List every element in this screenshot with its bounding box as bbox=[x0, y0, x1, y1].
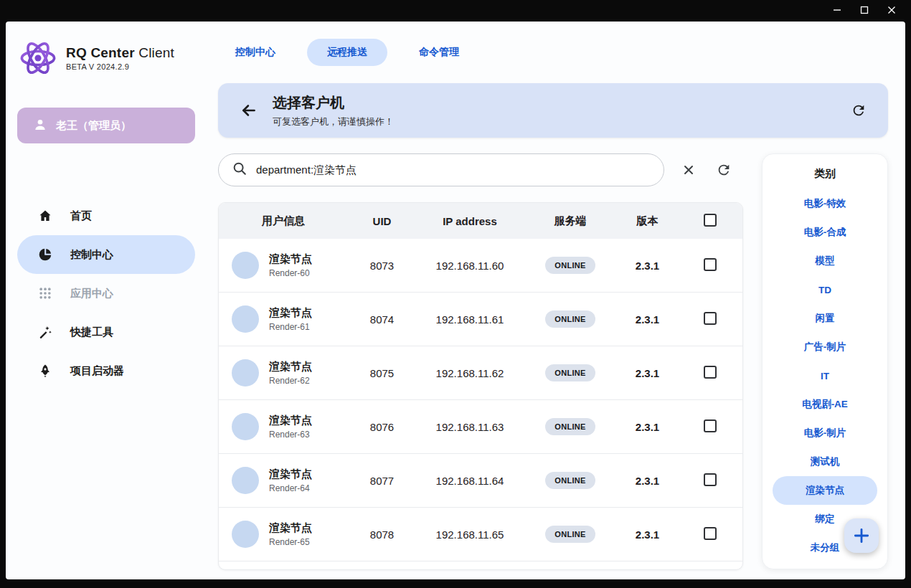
page-title: 选择客户机 bbox=[273, 93, 394, 113]
search-row bbox=[218, 153, 743, 186]
status-badge: ONLINE bbox=[545, 364, 595, 381]
client-name-stack: 渲染节点Render-61 bbox=[269, 306, 312, 332]
category-item-0[interactable]: 电影-特效 bbox=[773, 189, 877, 218]
sidebar: RQ Center Client BETA V 2024.2.9 老王（管理员）… bbox=[6, 22, 207, 579]
page-header-text: 选择客户机 可复选客户机，请谨慎操作！ bbox=[273, 93, 394, 128]
client-name-stack: 渲染节点Render-65 bbox=[269, 521, 312, 547]
row-checkbox[interactable] bbox=[704, 473, 717, 486]
client-ip: 192.168.11.64 bbox=[436, 475, 504, 487]
close-button[interactable] bbox=[878, 1, 905, 20]
table-header-row: 用户信息UIDIP address服务端版本 bbox=[219, 203, 742, 239]
maximize-button[interactable] bbox=[851, 1, 878, 20]
back-button[interactable] bbox=[237, 98, 261, 123]
sidebar-item-project-launcher[interactable]: 项目启动器 bbox=[17, 351, 195, 390]
column-header: IP address bbox=[416, 215, 524, 227]
row-checkbox[interactable] bbox=[704, 312, 717, 325]
column-header: 用户信息 bbox=[219, 214, 348, 228]
category-item-8[interactable]: 电影-制片 bbox=[773, 419, 877, 447]
main-area: 控制中心远程推送命令管理 选择客户机 可复选客户机，请谨慎操作！ bbox=[207, 22, 905, 579]
search-input[interactable] bbox=[256, 164, 651, 176]
client-ip: 192.168.11.65 bbox=[436, 528, 504, 541]
user-badge[interactable]: 老王（管理员） bbox=[17, 108, 195, 143]
category-item-1[interactable]: 电影-合成 bbox=[773, 218, 877, 247]
page-subtitle: 可复选客户机，请谨慎操作！ bbox=[273, 115, 394, 128]
app-version: BETA V 2024.2.9 bbox=[66, 62, 174, 71]
client-name: 渲染节点 bbox=[269, 360, 312, 374]
refresh-button[interactable] bbox=[848, 100, 869, 121]
table-row[interactable]: 渲染节点Render-608073192.168.11.60ONLINE2.3.… bbox=[219, 239, 742, 293]
avatar bbox=[232, 252, 259, 279]
tab-control-center[interactable]: 控制中心 bbox=[235, 39, 275, 66]
category-list: 电影-特效电影-合成模型TD闲置广告-制片IT电视剧-AE电影-制片测试机渲染节… bbox=[770, 189, 880, 562]
category-item-10[interactable]: 渲染节点 bbox=[773, 476, 877, 505]
table-row[interactable]: 渲染节点Render-628075192.168.11.62ONLINE2.3.… bbox=[219, 346, 742, 400]
status-badge: ONLINE bbox=[545, 418, 595, 435]
minimize-button[interactable] bbox=[823, 1, 851, 20]
client-name: 渲染节点 bbox=[269, 252, 312, 266]
tab-command-management[interactable]: 命令管理 bbox=[419, 39, 459, 66]
app-brand: RQ Center Client BETA V 2024.2.9 bbox=[17, 37, 195, 79]
client-name: 渲染节点 bbox=[269, 306, 312, 320]
table-row[interactable]: 渲染节点Render-638076192.168.11.63ONLINE2.3.… bbox=[219, 400, 742, 454]
user-info-cell: 渲染节点Render-65 bbox=[219, 521, 312, 548]
table-row[interactable]: 渲染节点Render-618074192.168.11.61ONLINE2.3.… bbox=[219, 293, 742, 346]
search-icon bbox=[232, 161, 247, 179]
avatar bbox=[232, 413, 259, 440]
category-item-2[interactable]: 模型 bbox=[773, 247, 877, 275]
row-checkbox[interactable] bbox=[704, 419, 717, 432]
column-header: UID bbox=[348, 215, 416, 227]
clear-search-button[interactable] bbox=[679, 160, 699, 180]
user-info-cell: 渲染节点Render-60 bbox=[219, 252, 312, 279]
select-all-cell bbox=[678, 214, 742, 229]
status-badge: ONLINE bbox=[545, 257, 595, 274]
tab-remote-push[interactable]: 远程推送 bbox=[307, 39, 387, 66]
title-bar bbox=[0, 0, 911, 22]
row-checkbox[interactable] bbox=[704, 258, 717, 271]
category-item-7[interactable]: 电视剧-AE bbox=[773, 390, 877, 419]
category-item-6[interactable]: IT bbox=[773, 361, 877, 390]
top-tabs: 控制中心远程推送命令管理 bbox=[218, 22, 888, 83]
client-name: 渲染节点 bbox=[269, 468, 312, 481]
person-icon bbox=[33, 118, 47, 134]
select-all-checkbox[interactable] bbox=[704, 214, 717, 227]
table-row[interactable]: 渲染节点Render-658078192.168.11.65ONLINE2.3.… bbox=[219, 508, 742, 561]
client-table: 用户信息UIDIP address服务端版本 渲染节点Render-608073… bbox=[218, 202, 743, 570]
sidebar-item-quick-tools[interactable]: 快捷工具 bbox=[17, 313, 195, 351]
search-bar[interactable] bbox=[218, 153, 664, 186]
client-ip: 192.168.11.60 bbox=[436, 260, 504, 272]
client-ip: 192.168.11.63 bbox=[436, 421, 504, 433]
search-refresh-button[interactable] bbox=[713, 159, 735, 181]
client-version: 2.3.1 bbox=[636, 313, 659, 326]
client-name: 渲染节点 bbox=[269, 521, 312, 535]
category-item-4[interactable]: 闲置 bbox=[773, 304, 877, 333]
apps-icon bbox=[37, 286, 53, 300]
checkbox-cell bbox=[704, 527, 717, 542]
sidebar-item-control-center[interactable]: 控制中心 bbox=[17, 235, 195, 274]
table-row[interactable]: 渲染节点Render-648077192.168.11.64ONLINE2.3.… bbox=[219, 454, 742, 508]
row-checkbox[interactable] bbox=[704, 527, 717, 540]
wand-icon bbox=[37, 325, 53, 339]
sidebar-item-app-center[interactable]: 应用中心 bbox=[17, 274, 195, 313]
sidebar-item-home[interactable]: 首页 bbox=[17, 196, 195, 235]
client-uid: 8077 bbox=[370, 475, 394, 487]
category-item-3[interactable]: TD bbox=[773, 275, 877, 304]
client-id: Render-60 bbox=[269, 268, 312, 278]
maximize-icon bbox=[860, 4, 869, 17]
close-window-icon bbox=[887, 4, 896, 17]
add-category-button[interactable] bbox=[844, 518, 879, 553]
app-name-rest: Client bbox=[135, 45, 174, 60]
client-id: Render-62 bbox=[269, 376, 312, 386]
user-info-cell: 渲染节点Render-64 bbox=[219, 467, 312, 494]
client-version: 2.3.1 bbox=[636, 367, 659, 379]
row-checkbox[interactable] bbox=[704, 366, 717, 379]
rocket-icon bbox=[37, 364, 53, 378]
status-cell: ONLINE bbox=[545, 472, 595, 489]
category-item-9[interactable]: 测试机 bbox=[773, 447, 877, 476]
category-item-5[interactable]: 广告-制片 bbox=[773, 333, 877, 361]
sidebar-item-label: 项目启动器 bbox=[70, 364, 124, 378]
client-uid: 8074 bbox=[370, 313, 394, 326]
client-uid: 8075 bbox=[370, 367, 394, 379]
app-logo-icon bbox=[17, 37, 59, 79]
client-name-stack: 渲染节点Render-60 bbox=[269, 252, 312, 278]
status-cell: ONLINE bbox=[545, 418, 595, 435]
